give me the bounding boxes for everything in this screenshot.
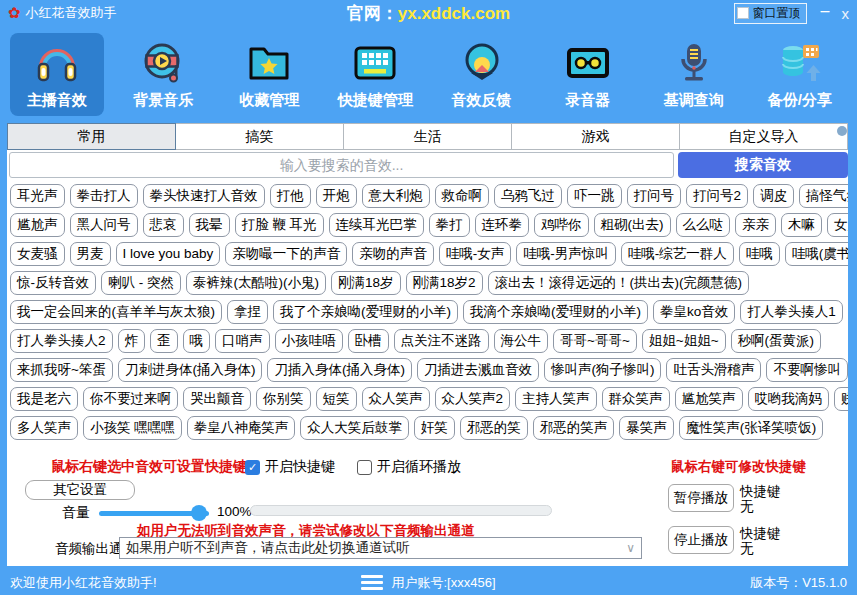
scrollbar-thumb[interactable] xyxy=(837,126,847,136)
tab-game[interactable]: 游戏 xyxy=(512,123,680,150)
sound-button[interactable]: 姐姐~姐姐~ xyxy=(642,329,726,353)
sound-button[interactable]: 拳击打人 xyxy=(70,184,138,208)
volume-slider-thumb[interactable] xyxy=(191,505,207,521)
sound-button[interactable]: 卧槽 xyxy=(348,329,389,353)
sound-button[interactable]: 调皮 xyxy=(753,184,794,208)
close-button[interactable]: x xyxy=(842,5,850,22)
volume-slider[interactable] xyxy=(99,506,209,520)
toolbar-item-sfx-feedback[interactable]: 音效反馈 xyxy=(435,33,529,116)
sound-button[interactable]: 乌鸦飞过 xyxy=(494,184,562,208)
tab-custom-import[interactable]: 自定义导入 xyxy=(680,123,848,150)
sound-button[interactable]: 木嘛 xyxy=(781,213,822,237)
sound-button[interactable]: 粗砌(出去) xyxy=(594,213,671,237)
sound-button[interactable]: 打人拳头揍人2 xyxy=(10,329,113,353)
sound-button[interactable]: 众人笑声2 xyxy=(435,387,511,411)
sound-button[interactable]: 不要啊惨叫 xyxy=(766,358,848,382)
sound-button[interactable]: 意大利炮 xyxy=(362,184,430,208)
sound-button[interactable]: 惊-反转音效 xyxy=(10,271,96,295)
toolbar-item-pitch-query[interactable]: 基调查询 xyxy=(647,33,741,116)
sound-button[interactable]: 点关注不迷路 xyxy=(394,329,489,353)
sound-button[interactable]: 尴尬声 xyxy=(10,213,65,237)
pause-button[interactable]: 暂停播放 xyxy=(668,484,734,512)
sound-button[interactable]: 哎哟我滴妈 xyxy=(748,387,830,411)
tab-life[interactable]: 生活 xyxy=(344,123,512,150)
sound-button[interactable]: 暴笑声 xyxy=(619,416,674,440)
sound-button[interactable]: 魔性笑声(张译笑喷饭) xyxy=(679,416,824,440)
sound-button[interactable]: 打脸 鞭 耳光 xyxy=(235,213,324,237)
sound-button[interactable]: 海公牛 xyxy=(494,329,549,353)
sound-button[interactable]: 拳打 xyxy=(429,213,470,237)
toolbar-item-favorites[interactable]: 收藏管理 xyxy=(222,33,316,116)
sound-button[interactable]: 我晕 xyxy=(189,213,230,237)
sound-button[interactable]: 我一定会回来的(喜羊羊与灰太狼) xyxy=(10,300,222,324)
sound-button[interactable]: 拳皇八神庵笑声 xyxy=(187,416,296,440)
toolbar-item-backup-share[interactable]: 备份/分享 xyxy=(753,33,847,116)
sound-button[interactable]: 打他 xyxy=(270,184,311,208)
sound-button[interactable]: 邪恶的笑声 xyxy=(533,416,615,440)
search-input[interactable] xyxy=(9,152,674,178)
sound-button[interactable]: 你别笑 xyxy=(256,387,311,411)
sound-button[interactable]: 惨叫声(狗子惨叫) xyxy=(544,358,662,382)
checkbox-checked-icon[interactable]: ✓ xyxy=(245,460,260,475)
sound-button[interactable]: 么么哒 xyxy=(676,213,731,237)
audio-output-select[interactable]: 如果用户听不到声音，请点击此处切换通道试听 ∨ xyxy=(119,537,642,559)
sound-button[interactable]: 搞怪气氛 xyxy=(799,184,848,208)
sound-button[interactable]: 吓一跳 xyxy=(567,184,622,208)
sound-button[interactable]: 小孩哇唔 xyxy=(275,329,343,353)
window-pin-checkbox[interactable]: 窗口置顶 xyxy=(734,3,807,24)
sound-button[interactable]: 刀插入身体(捅入身体) xyxy=(267,358,412,382)
enable-hotkey-checkbox[interactable]: ✓ 开启快捷键 xyxy=(245,458,335,476)
minimize-button[interactable]: – xyxy=(821,2,830,20)
pin-checkbox-box[interactable] xyxy=(737,7,749,19)
sound-button[interactable]: 悲哀 xyxy=(143,213,184,237)
toolbar-item-recorder[interactable]: 录音器 xyxy=(541,33,635,116)
sound-button[interactable]: 泰裤辣(太酷啦)(小鬼) xyxy=(186,271,326,295)
sound-button[interactable]: 哇哦-男声惊叫 xyxy=(516,242,616,266)
sound-button[interactable]: 哥哥~哥哥~ xyxy=(553,329,637,353)
sound-button[interactable]: 你不要过来啊 xyxy=(83,387,178,411)
sound-button[interactable]: 多人笑声 xyxy=(10,416,78,440)
sound-button[interactable]: 口哨声 xyxy=(215,329,270,353)
sound-button[interactable]: 拳皇ko音效 xyxy=(653,300,735,324)
sound-button[interactable]: 炸 xyxy=(118,329,146,353)
sound-button[interactable]: 吐舌头滑稽声 xyxy=(666,358,761,382)
sound-button[interactable]: 打人拳头揍人1 xyxy=(740,300,843,324)
sound-button[interactable]: 奸笑 xyxy=(414,416,455,440)
sound-button[interactable]: 我是老六 xyxy=(10,387,78,411)
tab-common[interactable]: 常用 xyxy=(7,123,176,150)
sound-button[interactable]: 贱笑 xyxy=(834,387,848,411)
sound-button[interactable]: 连续耳光巴掌 xyxy=(329,213,424,237)
sound-button[interactable]: 邪恶的笑 xyxy=(460,416,528,440)
sound-button[interactable]: 主持人笑声 xyxy=(515,387,597,411)
sound-button[interactable]: 小孩笑 嘿嘿嘿 xyxy=(83,416,182,440)
sound-button[interactable]: I love you baby xyxy=(116,242,221,266)
sound-button[interactable]: 黑人问号 xyxy=(70,213,138,237)
sound-button[interactable]: 连环拳 xyxy=(475,213,530,237)
sound-button[interactable]: 女麦骚 xyxy=(10,242,65,266)
sound-button[interactable]: 哇哦(虞书欣) xyxy=(785,242,848,266)
sound-button[interactable]: 刀刺进身体(捅入身体) xyxy=(118,358,263,382)
sound-button[interactable]: 短笑 xyxy=(316,387,357,411)
loop-play-checkbox[interactable]: 开启循环播放 xyxy=(357,458,461,476)
sound-button[interactable]: 秒啊(蛋黄派) xyxy=(731,329,822,353)
sound-button[interactable]: 哇哦-综艺一群人 xyxy=(621,242,734,266)
sound-button[interactable]: 亲亲 xyxy=(735,213,776,237)
sound-button[interactable]: 哇哦-女声 xyxy=(439,242,512,266)
sound-button[interactable]: 滚出去！滚得远远的！(拱出去)(完颜慧德) xyxy=(488,271,749,295)
stop-button[interactable]: 停止播放 xyxy=(668,526,734,554)
checkbox-unchecked-icon[interactable] xyxy=(357,460,372,475)
sound-button[interactable]: 打问号 xyxy=(627,184,682,208)
sound-button[interactable]: 尴尬笑声 xyxy=(675,387,743,411)
sound-button[interactable]: 亲吻的声音 xyxy=(352,242,434,266)
sound-button[interactable]: 鸡哔你 xyxy=(534,213,589,237)
sound-button[interactable]: 刚满18岁2 xyxy=(406,271,483,295)
sound-button[interactable]: 开炮 xyxy=(316,184,357,208)
sound-button[interactable]: 刀插进去溅血音效 xyxy=(417,358,539,382)
sound-button[interactable]: 耳光声 xyxy=(10,184,65,208)
sound-button[interactable]: 哦 xyxy=(183,329,211,353)
sound-button[interactable]: 哭出颤音 xyxy=(183,387,251,411)
toolbar-item-hotkey-mgmt[interactable]: 快捷键管理 xyxy=(328,33,422,116)
other-settings-button[interactable]: 其它设置 xyxy=(25,480,135,500)
sound-button[interactable]: 众人大笑后鼓掌 xyxy=(300,416,409,440)
sound-button[interactable]: 男麦 xyxy=(70,242,111,266)
